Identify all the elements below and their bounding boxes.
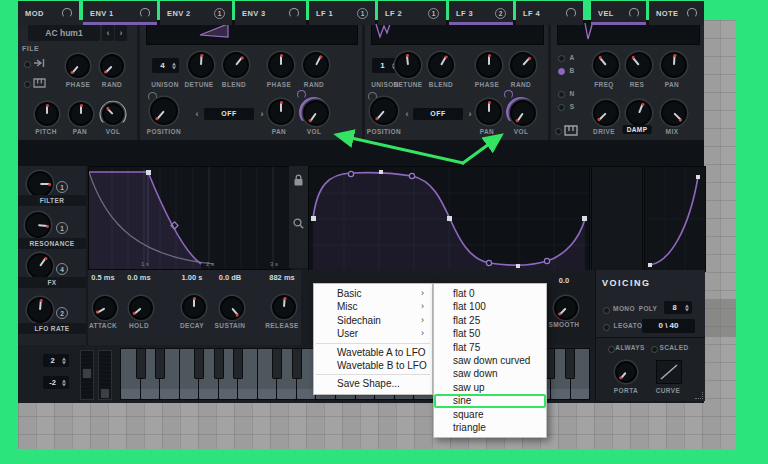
- black-key[interactable]: [565, 349, 575, 379]
- filter-route-n-radio[interactable]: [558, 91, 565, 98]
- filter-freq-knob[interactable]: [593, 52, 619, 78]
- osc1-vol-knob[interactable]: [303, 100, 329, 126]
- osc2-vol-knob[interactable]: [510, 100, 536, 126]
- always-radio[interactable]: [608, 346, 615, 353]
- pitch-wheel[interactable]: [80, 350, 94, 400]
- menu-item-user[interactable]: User›: [314, 327, 432, 340]
- filter-drive-knob[interactable]: [593, 100, 619, 126]
- submenu-item-triangle[interactable]: triangle: [434, 421, 546, 434]
- tab-lf3[interactable]: LF 32: [449, 1, 513, 25]
- scaled-radio[interactable]: [651, 346, 658, 353]
- sample-rand-knob[interactable]: [100, 54, 124, 78]
- legato-radio[interactable]: [603, 324, 610, 331]
- mod-fx-knob[interactable]: [27, 253, 53, 279]
- osc1-position-knob[interactable]: [150, 97, 178, 125]
- tab-env2[interactable]: ENV 21: [160, 1, 232, 25]
- submenu-item-saw-down[interactable]: saw down: [434, 367, 546, 380]
- sample-prev-button[interactable]: ‹: [102, 25, 114, 41]
- mod-resonance-knob[interactable]: [25, 212, 51, 238]
- osc1-mode-prev[interactable]: ‹: [192, 108, 202, 120]
- black-key[interactable]: [272, 349, 282, 379]
- osc1-rand-knob[interactable]: [303, 52, 329, 78]
- osc2-blend-knob[interactable]: [428, 52, 454, 78]
- stepper-arrows-icon[interactable]: [62, 379, 66, 386]
- envelope-editor[interactable]: 1 s 2 s 3 s: [88, 166, 291, 270]
- lock-icon[interactable]: [294, 174, 303, 186]
- osc2-position-knob[interactable]: [370, 97, 398, 125]
- filter-mix-knob[interactable]: [661, 100, 687, 126]
- black-key[interactable]: [292, 349, 302, 379]
- tab-env1[interactable]: ENV 1: [83, 1, 157, 25]
- mono-radio[interactable]: [603, 307, 610, 314]
- osc1-pan-knob[interactable]: [268, 99, 294, 125]
- octave-down-stepper[interactable]: -2: [43, 376, 69, 389]
- pitch-wheel-handle[interactable]: [82, 368, 92, 379]
- sample-name-display[interactable]: AC hum1: [28, 25, 100, 41]
- osc1-blend-knob[interactable]: [223, 52, 249, 78]
- voice-value-display[interactable]: 0 \ 40: [642, 319, 695, 333]
- osc2-mode-selector[interactable]: OFF: [413, 108, 463, 120]
- stepper-arrows-icon[interactable]: [172, 62, 176, 69]
- sample-next-button[interactable]: ›: [115, 25, 127, 41]
- sample-pitch-knob[interactable]: [35, 102, 59, 126]
- sample-vol-knob[interactable]: [102, 103, 124, 125]
- velocity-curve-display[interactable]: [644, 166, 706, 272]
- filter-keytrack-radio[interactable]: [555, 128, 562, 135]
- black-key[interactable]: [155, 349, 165, 379]
- tab-lf4[interactable]: LF 4: [516, 1, 583, 25]
- filter-route-s-radio[interactable]: [558, 104, 565, 111]
- submenu-item-flat-50[interactable]: flat 50: [434, 327, 546, 340]
- submenu-item-flat-25[interactable]: flat 25: [434, 314, 546, 327]
- attack-knob[interactable]: [93, 296, 117, 320]
- mod-wheel-handle[interactable]: [100, 388, 110, 399]
- submenu-item-saw-up[interactable]: saw up: [434, 381, 546, 394]
- submenu-item-flat-75[interactable]: flat 75: [434, 341, 546, 354]
- filter-route-a-radio[interactable]: [558, 55, 565, 62]
- black-key[interactable]: [233, 349, 243, 379]
- osc1-unison-stepper[interactable]: 4: [152, 58, 179, 73]
- menu-item-misc[interactable]: Misc›: [314, 300, 432, 313]
- octave-up-stepper[interactable]: 2: [43, 354, 69, 367]
- hold-knob[interactable]: [129, 296, 153, 320]
- smooth-knob[interactable]: [554, 296, 578, 320]
- osc1-mode-next[interactable]: ›: [257, 108, 267, 120]
- stepper-arrows-icon[interactable]: [685, 304, 689, 311]
- curve-display[interactable]: [656, 360, 682, 384]
- osc2-mode-prev[interactable]: ‹: [402, 108, 412, 120]
- poly-stepper[interactable]: 8: [664, 301, 692, 314]
- tab-lf2[interactable]: LF 21: [378, 1, 446, 25]
- filter-res-knob[interactable]: [626, 52, 652, 78]
- tab-note[interactable]: NOTE: [649, 1, 704, 25]
- osc1-detune-knob[interactable]: [188, 52, 214, 78]
- resize-corner[interactable]: [695, 392, 703, 399]
- tab-lf1[interactable]: LF 11: [309, 1, 375, 25]
- osc2-rand-knob[interactable]: [510, 52, 536, 78]
- sample-keytrack-radio[interactable]: [24, 81, 31, 88]
- submenu-item-flat-100[interactable]: flat 100: [434, 300, 546, 313]
- osc2-pan-knob[interactable]: [476, 99, 502, 125]
- sample-loop-radio[interactable]: [24, 61, 31, 68]
- lfo-editor[interactable]: [308, 166, 590, 272]
- filter-damp-knob[interactable]: [626, 100, 652, 126]
- black-key[interactable]: [214, 349, 224, 379]
- submenu-item-sine-highlighted[interactable]: sine: [434, 394, 546, 407]
- submenu-item-square[interactable]: square: [434, 408, 546, 421]
- osc2-mode-next[interactable]: ›: [465, 108, 475, 120]
- tab-vel[interactable]: VEL: [591, 1, 646, 25]
- filter-route-b-radio[interactable]: [558, 68, 565, 75]
- release-knob[interactable]: [272, 295, 296, 319]
- porta-knob[interactable]: [615, 361, 637, 383]
- filter-pan-knob[interactable]: [661, 52, 687, 78]
- osc2-detune-knob[interactable]: [395, 52, 421, 78]
- menu-item-wavetable-b-to-lfo[interactable]: Wavetable B to LFO: [314, 359, 432, 372]
- osc1-mode-selector[interactable]: OFF: [204, 108, 254, 120]
- black-key[interactable]: [194, 349, 204, 379]
- sustain-knob[interactable]: [220, 296, 244, 320]
- osc1-phase-knob[interactable]: [268, 52, 294, 78]
- filter-damp-pill[interactable]: DAMP: [623, 125, 652, 134]
- mod-filter-knob[interactable]: [27, 171, 53, 197]
- tab-env3[interactable]: ENV 3: [235, 1, 306, 25]
- decay-knob[interactable]: [182, 295, 206, 319]
- black-key[interactable]: [136, 349, 146, 379]
- mod-lfo-rate-knob[interactable]: [27, 297, 53, 323]
